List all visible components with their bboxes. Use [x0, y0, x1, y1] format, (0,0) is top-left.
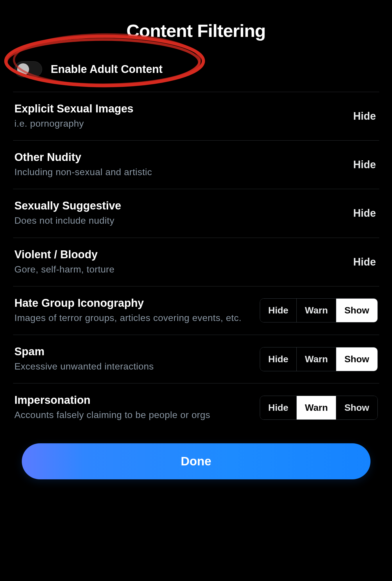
seg-warn-button[interactable]: Warn [296, 347, 336, 371]
filter-subtitle: i.e. pornography [15, 117, 345, 130]
done-button[interactable]: Done [22, 443, 370, 479]
filter-row-violent-bloody: Violent / Bloody Gore, self-harm, tortur… [13, 238, 379, 286]
seg-warn-button[interactable]: Warn [296, 396, 336, 419]
filter-title: Violent / Bloody [15, 248, 345, 261]
seg-show-button[interactable]: Show [336, 299, 377, 322]
filter-subtitle: Including non-sexual and artistic [15, 166, 345, 178]
content-filtering-panel: Content Filtering Enable Adult Content E… [13, 0, 379, 479]
filter-title: Impersonation [15, 394, 251, 406]
filter-row-other-nudity: Other Nudity Including non-sexual and ar… [13, 140, 379, 189]
segmented-control: Hide Warn Show [260, 347, 377, 371]
filter-subtitle: Gore, self-harm, torture [15, 263, 345, 276]
filter-title: Sexually Suggestive [15, 200, 345, 212]
enable-adult-content-label: Enable Adult Content [51, 63, 163, 76]
filter-title: Hate Group Iconography [15, 297, 251, 309]
filter-subtitle: Does not include nudity [15, 214, 345, 227]
filter-subtitle: Excessive unwanted interactions [15, 360, 251, 373]
toggle-knob [17, 63, 29, 75]
filter-value: Hide [353, 207, 377, 219]
seg-hide-button[interactable]: Hide [260, 396, 296, 419]
segmented-control: Hide Warn Show [260, 298, 377, 322]
filter-row-explicit-sexual-images: Explicit Sexual Images i.e. pornography … [13, 92, 379, 140]
seg-hide-button[interactable]: Hide [260, 347, 296, 371]
enable-adult-content-toggle[interactable] [15, 61, 42, 77]
filter-row-sexually-suggestive: Sexually Suggestive Does not include nud… [13, 189, 379, 237]
filter-value: Hide [353, 110, 377, 122]
page-title: Content Filtering [13, 20, 379, 41]
seg-warn-button[interactable]: Warn [296, 299, 336, 322]
filter-row-spam: Spam Excessive unwanted interactions Hid… [13, 335, 379, 383]
filter-title: Explicit Sexual Images [15, 103, 345, 115]
seg-show-button[interactable]: Show [336, 347, 377, 371]
filter-value: Hide [353, 159, 377, 171]
filter-row-hate-group-iconography: Hate Group Iconography Images of terror … [13, 286, 379, 335]
segmented-control: Hide Warn Show [260, 396, 377, 420]
filter-subtitle: Accounts falsely claiming to be people o… [15, 409, 251, 421]
filter-value: Hide [353, 256, 377, 268]
filter-title: Other Nudity [15, 151, 345, 164]
seg-show-button[interactable]: Show [336, 396, 377, 419]
enable-adult-content-row: Enable Adult Content [13, 58, 379, 89]
filter-row-impersonation: Impersonation Accounts falsely claiming … [13, 383, 379, 432]
seg-hide-button[interactable]: Hide [260, 299, 296, 322]
filter-title: Spam [15, 345, 251, 358]
filter-subtitle: Images of terror groups, articles coveri… [15, 312, 251, 324]
